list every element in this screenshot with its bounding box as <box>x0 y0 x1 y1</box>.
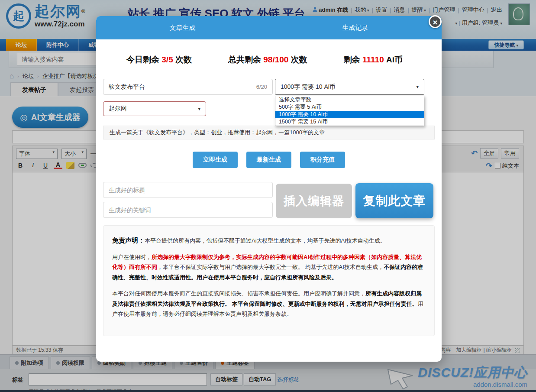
word-count-select[interactable]: 1000字 需要 10 Ai币 ▾ <box>275 79 424 95</box>
topic-input[interactable]: 软文发布平台 6/20 <box>103 79 273 95</box>
generated-keywords-input[interactable] <box>103 202 273 218</box>
tab-generate-history[interactable]: 生成记录 <box>269 16 442 39</box>
generate-now-button[interactable]: 立即生成 <box>193 152 238 168</box>
generation-summary: 生成一篇关于《软文发布平台》，类型：创业，推荐使用：起尔网，一篇1000字的文章 <box>103 126 435 139</box>
disclaimer-paragraph: 用户在使用时，所选择的最大字数限制仅为参考，实际生成内容的字数可能因AI创作过程… <box>112 252 426 282</box>
ai-coin-balance: 剩余 11110 Ai币 <box>344 54 403 65</box>
disclaimer-box: 免责声明：本平台提供的所有内容，包括但不限于通过Ai大模型生成的文本，均基于先进… <box>103 225 435 336</box>
total-quota: 总共剩余 98/100 次数 <box>228 54 307 65</box>
daily-quota: 今日剩余 3/5 次数 <box>126 54 192 65</box>
site-select[interactable]: 起尔网 ▾ <box>103 101 206 116</box>
quota-stats: 今日剩余 3/5 次数 总共剩余 98/100 次数 剩余 11110 Ai币 <box>96 54 442 65</box>
copy-article-button[interactable]: 复制此文章 <box>355 183 433 218</box>
insert-editor-button[interactable]: 插入编辑器 <box>276 184 352 218</box>
char-counter: 6/20 <box>256 84 267 90</box>
close-icon[interactable]: × <box>429 15 442 28</box>
dropdown-option[interactable]: 500字 需要 5 Ai币 <box>275 104 424 111</box>
dropdown-option[interactable]: 选择文章字数 <box>275 96 424 104</box>
modal-header: 文章生成 生成记录 <box>96 16 442 39</box>
latest-generate-button[interactable]: 最新生成 <box>246 152 291 168</box>
action-buttons: 立即生成 最新生成 积分充值 <box>96 152 442 168</box>
generated-title-input[interactable] <box>103 182 273 198</box>
dropdown-option[interactable]: 1000字 需要 10 Ai币 <box>275 111 424 118</box>
recharge-button[interactable]: 积分充值 <box>300 152 345 168</box>
disclaimer-paragraph: 免责声明：本平台提供的所有内容，包括但不限于通过Ai大模型生成的文本，均基于先进… <box>112 234 426 246</box>
word-count-dropdown: 选择文章字数500字 需要 5 Ai币1000字 需要 10 Ai币1500字 … <box>275 96 424 126</box>
chevron-down-icon: ▾ <box>416 84 419 90</box>
chevron-down-icon: ▾ <box>198 106 200 112</box>
tab-article-generate[interactable]: 文章生成 <box>96 16 269 39</box>
ai-generator-modal: 文章生成 生成记录 × 今日剩余 3/5 次数 总共剩余 98/100 次数 剩… <box>96 16 442 362</box>
dropdown-option[interactable]: 1500字 需要 15 Ai币 <box>275 118 424 126</box>
disclaimer-paragraph: 本平台对任何因使用本服务而产生的直接或间接损失、损害不承担任何责任。用户应明确了… <box>112 288 426 319</box>
